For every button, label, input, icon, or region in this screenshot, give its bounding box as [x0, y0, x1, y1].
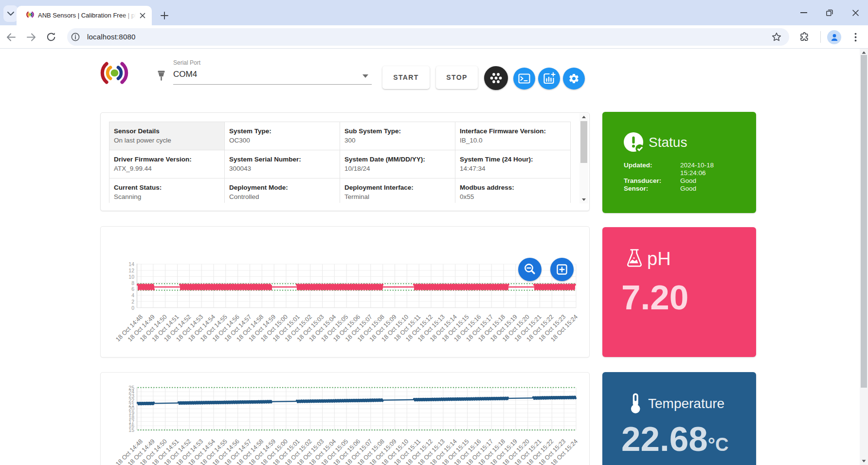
svg-text:4: 4: [131, 292, 134, 298]
svg-text:8: 8: [131, 280, 134, 286]
svg-text:10: 10: [128, 274, 134, 280]
svg-text:6: 6: [131, 286, 134, 292]
svg-text:25: 25: [128, 385, 134, 391]
svg-text:2: 2: [131, 299, 134, 304]
svg-text:0: 0: [131, 305, 134, 311]
svg-text:14: 14: [128, 261, 134, 267]
svg-text:12: 12: [128, 268, 134, 273]
